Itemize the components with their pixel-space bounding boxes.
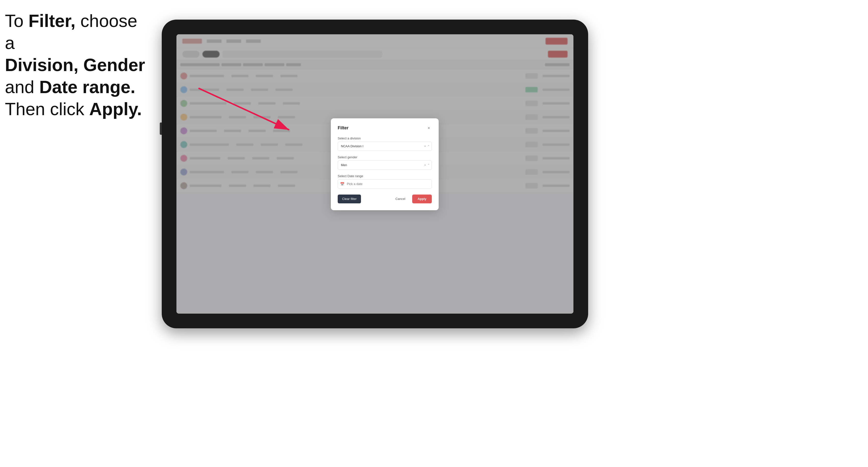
date-input[interactable] (338, 179, 432, 189)
gender-label: Select gender (338, 155, 432, 159)
division-select-wrapper: NCAA Division I × ⌃ (338, 142, 432, 151)
division-clear-icon[interactable]: × (424, 145, 426, 148)
division-select[interactable]: NCAA Division I (338, 142, 432, 151)
date-input-wrapper: 📅 (338, 179, 432, 189)
modal-close-button[interactable]: × (426, 125, 432, 131)
instruction-line4: Then click Apply. (5, 99, 142, 119)
calendar-icon: 📅 (340, 182, 344, 186)
modal-header: Filter × (338, 125, 432, 131)
apply-button[interactable]: Apply (412, 194, 432, 204)
clear-filter-button[interactable]: Clear filter (338, 194, 361, 204)
modal-overlay: Filter × Select a division NCAA Division… (177, 34, 574, 314)
tablet-screen: Filter × Select a division NCAA Division… (177, 34, 574, 314)
modal-footer-right: Cancel Apply (391, 194, 432, 204)
gender-group: Select gender Men × ⌃ (338, 155, 432, 170)
division-group: Select a division NCAA Division I × ⌃ (338, 136, 432, 151)
date-range-group: Select Date range 📅 (338, 174, 432, 189)
instruction-bold-division-gender: Division, Gender (5, 55, 145, 75)
date-label: Select Date range (338, 174, 432, 178)
gender-select[interactable]: Men (338, 160, 432, 170)
modal-footer: Clear filter Cancel Apply (338, 194, 432, 204)
division-label: Select a division (338, 136, 432, 140)
gender-clear-icon[interactable]: × (424, 163, 426, 167)
gender-select-wrapper: Men × ⌃ (338, 160, 432, 170)
modal-title: Filter (338, 125, 348, 131)
cancel-button[interactable]: Cancel (391, 194, 409, 204)
filter-modal: Filter × Select a division NCAA Division… (331, 118, 439, 210)
instruction-line3: and Date range. (5, 77, 135, 97)
tablet-side-button (160, 123, 162, 135)
instruction-line1: To Filter, choose a (5, 11, 137, 53)
instruction-text: To Filter, choose a Division, Gender and… (5, 10, 147, 120)
tablet-frame: Filter × Select a division NCAA Division… (162, 20, 588, 328)
